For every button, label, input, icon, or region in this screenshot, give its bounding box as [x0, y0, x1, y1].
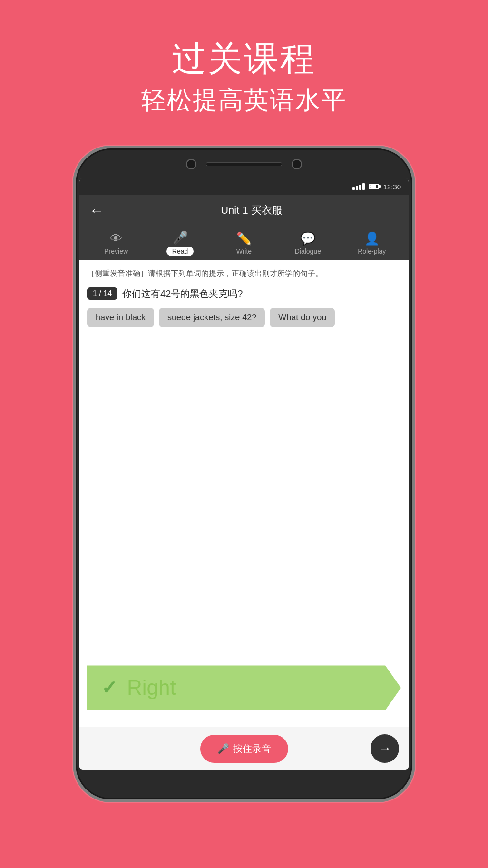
read-icon: 🎤	[173, 230, 188, 245]
tab-dialogue[interactable]: 💬 Dialogue	[289, 231, 327, 255]
word-chip-1[interactable]: suede jackets, size 42?	[159, 308, 265, 327]
battery-fill	[370, 185, 376, 188]
signal-bar-2	[356, 186, 358, 190]
signal-indicator	[352, 183, 365, 190]
battery-indicator	[369, 184, 379, 189]
write-icon: ✏️	[236, 231, 252, 246]
sentence-counter-row: 1 / 14 你们这有42号的黑色夹克吗?	[87, 287, 401, 300]
word-chips-container: have in black suede jackets, size 42? Wh…	[87, 308, 401, 327]
tab-bar: 👁 Preview 🎤 Read ✏️ Write 💬 Dialogue 👤 R…	[79, 226, 409, 260]
header-section: 过关课程 轻松提高英语水平	[141, 38, 347, 117]
nav-bar: ← Unit 1 买衣服	[79, 195, 409, 226]
counter-badge: 1 / 14	[87, 287, 117, 300]
tab-write-label: Write	[236, 247, 252, 255]
earpiece-speaker	[206, 162, 282, 166]
sensor	[292, 159, 302, 169]
status-time: 12:30	[383, 183, 401, 191]
nav-title: Unit 1 买衣服	[104, 203, 399, 217]
roleplay-icon: 👤	[364, 231, 380, 246]
dialogue-icon: 💬	[300, 231, 315, 246]
content-area: ［侧重发音准确］请根据下列单词的提示，正确读出刚才所学的句子。 1 / 14 你…	[79, 260, 409, 727]
tab-preview-label: Preview	[104, 247, 128, 255]
battery-icon	[369, 184, 379, 189]
front-camera	[186, 159, 196, 169]
signal-bar-4	[362, 183, 365, 190]
tab-read[interactable]: 🎤 Read	[161, 230, 199, 256]
tab-write[interactable]: ✏️ Write	[225, 231, 263, 255]
signal-bar-3	[359, 185, 361, 190]
answer-area: ✓ Right	[87, 337, 401, 720]
preview-icon: 👁	[110, 231, 122, 246]
microphone-icon: 🎤	[217, 743, 229, 754]
header-subtitle: 轻松提高英语水平	[141, 84, 347, 117]
phone-screen: 12:30 ← Unit 1 买衣服 👁 Preview 🎤 Read ✏️ W…	[79, 178, 409, 770]
record-button[interactable]: 🎤 按住录音	[200, 735, 288, 763]
next-button[interactable]: →	[371, 734, 399, 763]
phone-device: 12:30 ← Unit 1 买衣服 👁 Preview 🎤 Read ✏️ W…	[73, 146, 415, 802]
back-button[interactable]: ←	[89, 203, 104, 218]
instruction-text: ［侧重发音准确］请根据下列单词的提示，正确读出刚才所学的句子。	[87, 267, 401, 280]
record-label: 按住录音	[233, 742, 271, 755]
check-icon: ✓	[101, 677, 117, 699]
right-banner: ✓ Right	[87, 665, 401, 710]
status-bar: 12:30	[79, 178, 409, 195]
tab-read-label: Read	[166, 247, 194, 256]
phone-top-hardware	[163, 159, 325, 169]
header-title: 过关课程	[141, 38, 347, 79]
word-chip-0[interactable]: have in black	[87, 308, 154, 327]
signal-bar-1	[352, 187, 355, 190]
tab-roleplay[interactable]: 👤 Role-play	[353, 231, 391, 255]
tab-dialogue-label: Dialogue	[295, 247, 321, 255]
right-text: Right	[127, 676, 176, 700]
word-chip-2[interactable]: What do you	[270, 308, 335, 327]
bottom-controls: 🎤 按住录音 →	[79, 727, 409, 770]
tab-roleplay-label: Role-play	[358, 247, 386, 255]
tab-preview[interactable]: 👁 Preview	[97, 231, 135, 255]
next-arrow-icon: →	[378, 741, 391, 756]
sentence-chinese: 你们这有42号的黑色夹克吗?	[122, 287, 243, 300]
